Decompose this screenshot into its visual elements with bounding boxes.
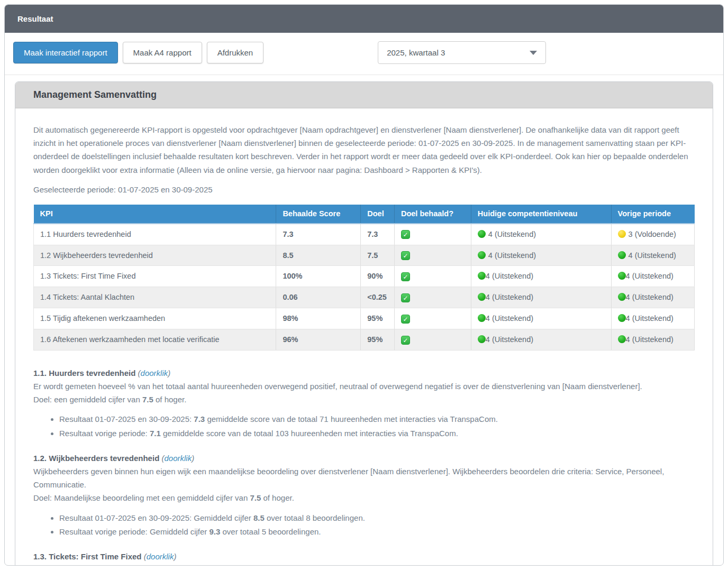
kpi-table-row: 1.4 Tickets: Aantal Klachten 0.06 <0.25 … [34,287,695,308]
emphasized-value: 7.5 [250,493,261,502]
section-body: Wijkbeheerders geven binnen hun eigen wi… [33,465,695,505]
status-label: 4 (Uitstekend) [626,314,674,323]
kpi-sections: 1.1. Huurders tevredenheid (doorklik) Er… [33,366,695,566]
section-heading: 1.3. Tickets: First Time Fixed (doorklik… [33,550,695,563]
text-segment: gemiddelde score van de totaal 71 huuree… [205,415,498,423]
section-heading: 1.2. Wijkbeheerders tevredenheid (doorkl… [33,452,695,465]
doorklik-wrapper: (doorklik) [144,552,177,561]
kpi-section: 1.3. Tickets: First Time Fixed (doorklik… [33,550,695,566]
kpi-table-row: 1.5 Tijdig aftekenen werkzaamheden 98% 9… [34,308,695,329]
section-body-line: Er wordt gemeten hoeveel % van het totaa… [33,380,695,393]
text-segment: Resultaat vorige periode: Gemiddeld cijf… [59,527,209,536]
status-label: 4 (Uitstekend) [486,314,533,323]
kpi-table-header-row: KPI Behaalde Score Doel Doel behaald? Hu… [34,205,695,224]
status-dot-yellow [618,230,626,238]
kpi-table-row: 1.3 Tickets: First Time Fixed 100% 90% ✓… [34,266,695,287]
make-a4-report-button[interactable]: Maak A4 rapport [123,42,202,63]
emphasized-value: 9.3 [209,527,220,536]
print-button[interactable]: Afdrukken [207,42,264,63]
selected-period-text: Geselecteerde periode: 01-07-2025 en 30-… [33,183,695,196]
doorklik-link[interactable]: doorklik [164,454,192,463]
text-segment: Resultaat 01-07-2025 en 30-09-2025: Gemi… [59,513,253,522]
section-bullets: Resultaat 01-07-2025 en 30-09-2025: Gemi… [33,511,695,538]
kpi-name-cell: 1.6 Aftekenen werkzaamheden met locatie … [34,329,276,351]
goal-cell: 90% [361,266,395,287]
section-body-line: Wijkbeheerders geven binnen hun eigen wi… [33,465,695,491]
emphasized-value: 7.5 [142,395,153,404]
column-header-goal-achieved: Doel behaald? [394,205,471,224]
goal-cell: 7.5 [361,245,395,266]
check-icon: ✓ [401,251,410,260]
section-title: 1.2. Wijkbeheerders tevredenheid [33,454,161,463]
status-label: 3 (Voldoende) [629,230,676,238]
section-body: Er wordt gemeten hoeveel % van het totaa… [33,380,695,406]
achieved-score-cell: 98% [276,308,361,329]
doorklik-link[interactable]: doorklik [141,369,168,377]
section-body: Het eerste reactiemoment op een ticket w… [33,563,695,566]
goal-achieved-cell: ✓ [394,245,471,266]
status-dot-green [478,314,486,322]
status-label: 4 (Uitstekend) [486,272,533,280]
period-select[interactable]: 2025, kwartaal 3 [378,41,546,64]
current-level-cell: 4 (Uitstekend) [471,245,611,266]
previous-period-cell: 4 (Uitstekend) [611,266,694,287]
goal-achieved-cell: ✓ [394,224,471,245]
section-body-line: Doel: Maandelijkse beoordeling met een g… [33,491,695,504]
management-summary-panel: Management Samenvatting Dit automatisch … [15,81,713,566]
achieved-score-cell: 0.06 [276,287,361,308]
goal-cell: 95% [361,308,395,329]
status-label: 4 (Uitstekend) [626,335,674,344]
window-header: Resultaat [5,5,723,33]
previous-period-cell: 4 (Uitstekend) [611,287,694,308]
kpi-name-cell: 1.3 Tickets: First Time Fixed [34,266,276,287]
section-title: 1.3. Tickets: First Time Fixed [33,552,144,561]
goal-cell: 95% [361,329,395,351]
make-interactive-report-button[interactable]: Maak interactief rapport [13,42,118,63]
kpi-table-row: 1.1 Huurders tevredenheid 7.3 7.3 ✓ 4 (U… [34,224,695,245]
status-dot-green [478,293,486,301]
text-segment: Doel: Maandelijkse beoordeling met een g… [33,493,250,502]
previous-period-cell: 4 (Uitstekend) [611,329,694,351]
result-bullet: Resultaat vorige periode: Gemiddeld cijf… [59,525,695,538]
goal-cell: <0.25 [361,287,395,308]
status-dot-green [478,251,486,259]
section-heading: 1.1. Huurders tevredenheid (doorklik) [33,366,695,380]
achieved-score-cell: 8.5 [276,245,361,266]
doorklik-wrapper: (doorklik) [161,454,194,463]
intro-paragraph: Dit automatisch gegenereerde KPI-rapport… [33,123,695,177]
status-dot-green [618,335,626,343]
emphasized-value: 7.1 [150,429,161,438]
status-dot-green [618,272,626,280]
text-segment: Er wordt gemeten hoeveel % van het totaa… [33,382,642,391]
emphasized-value: 7.3 [194,415,205,423]
status-label: 4 (Uitstekend) [488,230,536,238]
text-segment: gemiddelde score van de totaal 103 huure… [161,429,458,438]
current-level-cell: 4 (Uitstekend) [471,329,611,351]
toolbar: Maak interactief rapport Maak A4 rapport… [5,33,723,75]
previous-period-cell: 3 (Voldoende) [611,224,694,245]
paren-close: ) [192,454,194,463]
check-icon: ✓ [401,293,410,302]
section-body-line: Doel: een gemiddeld cijfer van 7.5 of ho… [33,393,695,406]
check-icon: ✓ [401,230,410,239]
text-segment: Wijkbeheerders geven binnen hun eigen wi… [33,467,664,489]
section-title: 1.1. Huurders tevredenheid [33,369,138,377]
text-segment: of hoger. [261,493,294,502]
period-select-value: 2025, kwartaal 3 [387,48,445,57]
kpi-name-cell: 1.5 Tijdig aftekenen werkzaamheden [34,308,276,329]
result-bullet: Resultaat vorige periode: 7.1 gemiddelde… [59,427,695,440]
chevron-down-icon [530,51,537,55]
page: Resultaat Maak interactief rapport Maak … [0,0,728,570]
column-header-goal: Doel [361,205,395,224]
text-segment: Doel: een gemiddeld cijfer van [33,395,142,404]
current-level-cell: 4 (Uitstekend) [471,266,611,287]
emphasized-value: 8.5 [253,513,265,522]
status-dot-green [478,230,486,238]
previous-period-cell: 4 (Uitstekend) [611,245,694,266]
kpi-table-row: 1.6 Aftekenen werkzaamheden met locatie … [34,329,695,351]
status-dot-green [478,272,486,280]
kpi-table-row: 1.2 Wijkbeheerders tevredenheid 8.5 7.5 … [34,245,695,266]
doorklik-link[interactable]: doorklik [147,552,174,561]
kpi-table: KPI Behaalde Score Doel Doel behaald? Hu… [33,205,695,351]
status-label: 4 (Uitstekend) [486,293,533,301]
